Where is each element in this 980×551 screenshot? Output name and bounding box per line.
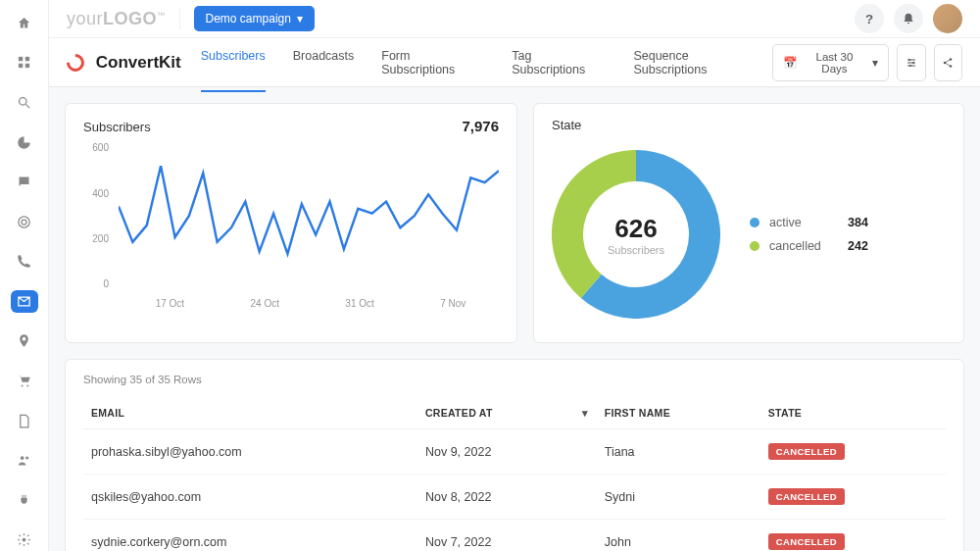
settings-button[interactable] (897, 44, 925, 81)
tabbar: ConvertKit Subscribers Broadcasts Form S… (49, 38, 980, 87)
logo: yourLOGO™ (67, 9, 166, 29)
nav-email-icon[interactable] (11, 290, 38, 313)
main-area: yourLOGO™ Demo campaign▾ ? ConvertKit Su… (49, 0, 980, 551)
tab-broadcasts[interactable]: Broadcasts (293, 33, 355, 92)
nav-target-icon[interactable] (11, 211, 38, 233)
tabs: Subscribers Broadcasts Form Subscription… (201, 33, 762, 92)
col-created-at[interactable]: CREATED AT▾ (417, 397, 597, 429)
state-badge: CANCELLED (768, 488, 845, 505)
chart-title: Subscribers (83, 120, 151, 134)
nav-users-icon[interactable] (11, 449, 38, 472)
convertkit-icon (63, 50, 87, 75)
nav-settings-icon[interactable] (11, 529, 38, 551)
table-row[interactable]: qskiles@yahoo.comNov 8, 2022SydniCANCELL… (83, 475, 946, 520)
donut-value: 626 (614, 214, 657, 244)
svg-rect-3 (25, 64, 29, 68)
cell-state: CANCELLED (760, 520, 946, 551)
nav-home-icon[interactable] (11, 12, 38, 34)
state-chart-card: State 626 Subscribers (533, 103, 964, 343)
svg-point-9 (26, 385, 28, 387)
cell-created: Nov 8, 2022 (417, 475, 597, 520)
table-row[interactable]: prohaska.sibyl@yahoo.comNov 9, 2022Tiana… (83, 429, 946, 475)
svg-point-14 (912, 62, 914, 64)
cell-first-name: Sydni (597, 475, 760, 520)
legend-cancelled: cancelled 242 (750, 239, 868, 253)
chevron-down-icon: ▾ (872, 56, 878, 70)
table-row[interactable]: sydnie.corkery@orn.comNov 7, 2022JohnCAN… (83, 520, 946, 551)
svg-point-17 (950, 58, 953, 61)
content: Subscribers 7,976 600 400 200 0 17 Oct (49, 87, 980, 551)
svg-rect-0 (19, 57, 23, 61)
col-state[interactable]: STATE (760, 397, 946, 429)
svg-point-4 (20, 97, 27, 105)
tab-tag-subscriptions[interactable]: Tag Subscriptions (512, 33, 606, 92)
chevron-down-icon: ▾ (297, 12, 303, 25)
cell-first-name: John (597, 520, 760, 551)
svg-point-10 (21, 456, 24, 460)
state-title: State (552, 118, 581, 132)
date-range-dropdown[interactable]: 📅Last 30 Days▾ (772, 44, 889, 81)
nav-document-icon[interactable] (11, 410, 38, 432)
subscribers-line-chart: 600 400 200 0 17 Oct 24 Oct 31 Oct 7 Nov (83, 142, 499, 309)
nav-search-icon[interactable] (11, 91, 38, 114)
divider (179, 8, 180, 29)
svg-point-6 (19, 217, 29, 227)
cell-first-name: Tiana (597, 429, 760, 475)
nav-phone-icon[interactable] (11, 250, 38, 273)
nav-location-icon[interactable] (11, 330, 38, 353)
svg-rect-2 (19, 64, 23, 68)
svg-point-13 (908, 59, 910, 61)
calendar-icon: 📅 (783, 56, 797, 70)
nav-analytics-icon[interactable] (11, 131, 38, 154)
cell-created: Nov 9, 2022 (417, 429, 597, 475)
share-button[interactable] (934, 44, 962, 81)
notifications-button[interactable] (894, 4, 923, 33)
svg-point-15 (909, 65, 911, 67)
cell-state: CANCELLED (760, 475, 946, 520)
chart-total: 7,976 (462, 118, 499, 134)
svg-point-18 (950, 65, 953, 68)
col-email[interactable]: EMAIL (83, 397, 417, 429)
nav-plug-icon[interactable] (11, 489, 38, 512)
nav-apps-icon[interactable] (11, 52, 38, 75)
cell-state: CANCELLED (760, 429, 946, 475)
svg-point-8 (22, 385, 24, 387)
legend-dot-icon (750, 241, 760, 251)
tab-form-subscriptions[interactable]: Form Subscriptions (381, 33, 484, 92)
brand-name: ConvertKit (96, 53, 181, 73)
svg-rect-1 (25, 57, 29, 61)
nav-chat-icon[interactable] (11, 171, 38, 193)
svg-line-5 (25, 104, 29, 108)
col-first-name[interactable]: FIRST NAME (597, 397, 760, 429)
tab-subscribers[interactable]: Subscribers (201, 33, 266, 92)
state-donut-chart: 626 Subscribers (552, 150, 720, 319)
donut-label: Subscribers (608, 244, 664, 256)
nav-cart-icon[interactable] (11, 370, 38, 392)
sidebar (0, 0, 49, 551)
svg-point-11 (25, 457, 28, 460)
subscribers-table: EMAIL CREATED AT▾ FIRST NAME STATE proha… (83, 397, 946, 551)
svg-point-12 (23, 538, 26, 542)
cell-email: prohaska.sibyl@yahoo.com (83, 429, 417, 475)
table-info: Showing 35 of 35 Rows (83, 374, 946, 385)
sort-desc-icon: ▾ (582, 407, 588, 419)
legend-active: active 384 (750, 216, 868, 229)
state-badge: CANCELLED (768, 533, 845, 550)
state-legend: active 384 cancelled 242 (750, 216, 868, 253)
cell-email: qskiles@yahoo.com (83, 475, 417, 520)
cell-created: Nov 7, 2022 (417, 520, 597, 551)
help-button[interactable]: ? (855, 4, 884, 33)
user-avatar[interactable] (933, 4, 962, 33)
svg-point-7 (22, 220, 26, 225)
subscribers-chart-card: Subscribers 7,976 600 400 200 0 17 Oct (65, 103, 517, 343)
subscribers-table-card: Showing 35 of 35 Rows EMAIL CREATED AT▾ … (65, 359, 964, 551)
campaign-dropdown[interactable]: Demo campaign▾ (194, 6, 315, 31)
cell-email: sydnie.corkery@orn.com (83, 520, 417, 551)
legend-dot-icon (750, 218, 760, 227)
tab-sequence-subscriptions[interactable]: Sequence Subscriptions (633, 33, 761, 92)
state-badge: CANCELLED (768, 443, 845, 460)
svg-point-16 (944, 62, 947, 65)
